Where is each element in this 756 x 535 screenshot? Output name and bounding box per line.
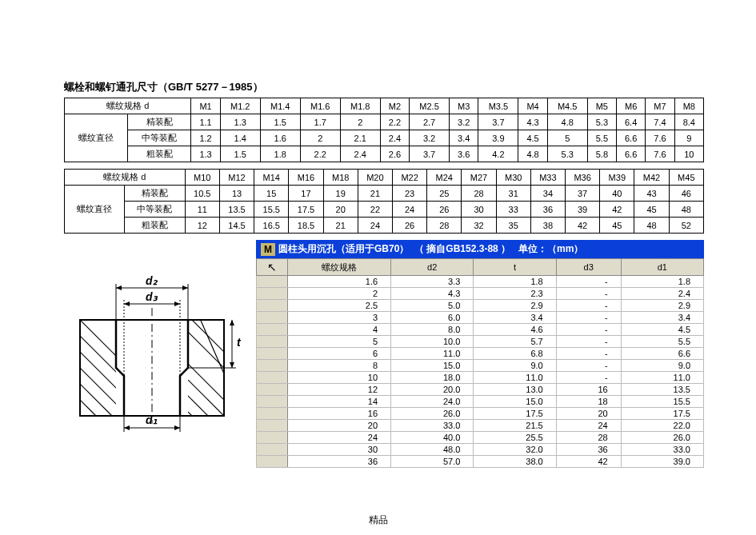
table-cell: 10 [288,372,391,384]
table-cell: 14.5 [219,218,254,234]
table-cell: 6 [288,348,391,360]
page-footer: 精品 [0,513,756,527]
table-cell: 5.8 [587,146,616,162]
table-row: 1626.017.52017.5 [257,408,704,420]
table-cell: - [556,288,621,300]
table-cell: 6.0 [391,312,474,324]
table-cell: 45 [600,218,634,234]
table-header-cell: M42 [634,170,669,186]
table-cell: 46 [669,186,703,202]
table-cell: 10 [674,146,703,162]
table-cell: 6.6 [621,348,703,360]
table-header-cell: 螺纹规格 d [65,98,191,114]
table-header-cell: M33 [530,170,565,186]
table-cell: 4.8 [547,114,587,130]
table-cell: 20 [556,408,621,420]
table-cell: 2.5 [288,300,391,312]
table-header-cell: M1.8 [340,98,380,114]
page-title: 螺栓和螺钉通孔尺寸（GB/T 5277－1985） [64,80,704,94]
table-cell: 13.5 [621,384,703,396]
table-through-hole-b: 螺纹规格 dM10M12M14M16M18M20M22M24M27M30M33M… [64,169,704,234]
table-cell: 7.6 [646,130,674,146]
row-handle [257,276,288,288]
table-cell: 11.0 [621,372,703,384]
table-cell: 24 [288,432,391,444]
table-cell: - [556,360,621,372]
table-row: 1424.015.01815.5 [257,396,704,408]
table-cell: 40.0 [391,432,474,444]
table2-source: （ 摘自GB152.3-88 ） [414,242,510,256]
table-cell: 36 [556,444,621,456]
table-cell: 1.1 [191,114,220,130]
table-cell: 26.0 [621,432,703,444]
svg-marker-30 [230,362,234,368]
table2-title-bar: M 圆柱头用沉孔（适用于GB70） （ 摘自GB152.3-88 ） 单位： （… [256,240,704,258]
table-header-cell: M3.5 [478,98,518,114]
table-cell: - [556,372,621,384]
table-cell: 28 [462,186,496,202]
table-cell: 37 [566,186,600,202]
row-handle [257,444,288,456]
table-cell: 48 [634,218,669,234]
table-row: 3048.032.03633.0 [257,444,704,456]
table-header-cell: M39 [600,170,634,186]
cursor-icon: ↖ [267,261,277,273]
row-handle [257,408,288,420]
table-cell: 5 [547,130,587,146]
table-cell: 2.4 [621,288,703,300]
table-cell: 11 [185,202,219,218]
row-handle [257,336,288,348]
table-row: 2440.025.52826.0 [257,432,704,444]
table-cell: 9 [674,130,703,146]
table-cell: 1.6 [260,130,300,146]
table-header-cell: M45 [669,170,703,186]
table-cell: 17.5 [621,408,703,420]
table2-unit-label: 单位： [518,242,547,256]
table-header-cell: M18 [323,170,358,186]
table-cell: 26 [427,202,462,218]
table-row: 2.55.02.9-2.9 [257,300,704,312]
table-counterbore: ↖螺纹规格d2td3d1 1.63.31.8-1.824.32.3-2.42.5… [256,258,704,468]
table-cell: 17.5 [474,408,556,420]
table-header-cell: M36 [566,170,600,186]
table-cell: 5.5 [621,336,703,348]
table-cell: 1.8 [474,276,556,288]
table-cell: 6.4 [617,114,646,130]
svg-marker-34 [174,425,180,430]
table-cell: 48 [669,202,703,218]
table-cell: 5.7 [474,336,556,348]
table-row: 1.63.31.8-1.8 [257,276,704,288]
table-header-cell: M20 [358,170,392,186]
table-header-cell: M7 [646,98,674,114]
table-header-cell: M2.5 [410,98,450,114]
table-cell: 52 [669,218,703,234]
table-row-label: 粗装配 [128,146,191,162]
table-cell: 17 [289,186,323,202]
table-cell: 19 [323,186,358,202]
table-cell: 13.0 [474,384,556,396]
table-row: 510.05.7-5.5 [257,336,704,348]
table-row-label: 中等装配 [125,202,185,218]
table-cell: 15.0 [391,360,474,372]
table-cell: 15.5 [254,202,289,218]
table-cell: 6.6 [617,146,646,162]
table-row-label: 粗装配 [125,218,185,234]
table-header-cell: M22 [393,170,427,186]
table-header-cell: M1.6 [300,98,340,114]
table-cell: 21 [358,186,392,202]
table-header-cell: M1.2 [220,98,260,114]
table-cell: 2.9 [474,300,556,312]
table-cell: 36 [288,456,391,468]
table-cell: 28 [556,432,621,444]
table-cell: 30 [462,202,496,218]
table-header-cell: M8 [674,98,703,114]
table-cell: - [556,276,621,288]
table-row-label: 精装配 [128,114,191,130]
table-cell: 1.3 [220,114,260,130]
table-cell: 3.3 [391,276,474,288]
table-header-cell: M12 [219,170,254,186]
table-cell: 2.6 [380,146,409,162]
table-cell: 3 [288,312,391,324]
label-d1: d₁ [146,413,158,426]
table-cell: - [556,300,621,312]
